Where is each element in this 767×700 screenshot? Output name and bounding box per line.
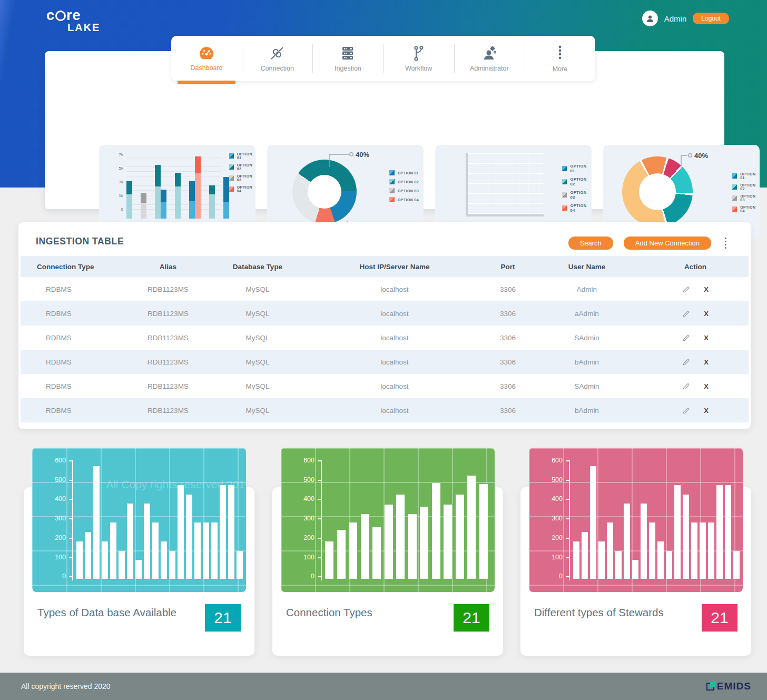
tab-administrator[interactable]: Administrator <box>454 36 525 81</box>
table-header-row: Connection TypeAliasDatabase TypeHost IP… <box>21 256 749 277</box>
tab-more[interactable]: More <box>525 36 595 81</box>
y-tick-label: 200 <box>41 534 66 541</box>
tab-label: Workflow <box>405 65 432 72</box>
y-tick-label: 3k <box>111 180 123 184</box>
grouped-bar-plot <box>466 153 544 216</box>
avatar[interactable] <box>642 11 658 26</box>
y-tick-mark <box>566 499 569 500</box>
action-cell: X <box>642 407 749 415</box>
table-cell-host: localhost <box>305 407 484 415</box>
edit-icon[interactable] <box>682 407 690 415</box>
bar <box>573 541 579 579</box>
action-cell: X <box>642 358 749 366</box>
edit-icon[interactable] <box>682 358 690 366</box>
legend-label: OPTION 01 <box>740 172 760 180</box>
y-tick-label: 500 <box>289 476 314 484</box>
copyright-text: All copyright reserved 2020 <box>21 682 111 691</box>
legend-item: OPTION 04 <box>732 205 760 213</box>
delete-icon[interactable]: X <box>704 285 709 293</box>
bar <box>590 466 596 579</box>
bar-segment-base <box>155 186 161 219</box>
column-header: Connection Type <box>21 263 126 271</box>
legend-label: OPTION 03 <box>398 189 419 193</box>
table-cell-user: SAdmin <box>532 334 642 342</box>
stacked-bar <box>209 185 215 219</box>
table-cell-host: localhost <box>305 310 484 318</box>
legend-swatch <box>389 188 395 193</box>
emids-logo: EMIDS <box>706 681 751 692</box>
bar <box>708 522 714 579</box>
delete-icon[interactable]: X <box>704 310 709 318</box>
table-cell-alias: RDB1123MS <box>126 358 210 366</box>
donut-chart <box>622 156 693 227</box>
legend-label: OPTION 03 <box>570 190 592 200</box>
delete-icon[interactable]: X <box>704 358 709 366</box>
table-cell-port: 3306 <box>484 285 532 293</box>
edit-icon[interactable] <box>682 382 690 390</box>
bars-area <box>325 462 488 579</box>
y-tick-label: 100 <box>289 554 314 561</box>
count-badge: 21 <box>205 604 241 632</box>
edit-icon[interactable] <box>682 310 690 318</box>
y-tick-mark <box>318 460 321 461</box>
bar-segment-base <box>195 173 201 219</box>
table-cell-user: SAdmin <box>532 382 642 390</box>
y-tick-mark <box>69 460 73 461</box>
summary-title: Connection Types <box>286 604 372 621</box>
bar <box>700 522 706 579</box>
logo-line2: LAKE <box>67 22 100 34</box>
edit-icon[interactable] <box>682 285 690 293</box>
summary-card-database-types: 6005004003002001000All Copy rights reser… <box>24 487 254 656</box>
delete-icon[interactable]: X <box>704 334 709 342</box>
bar <box>456 495 464 579</box>
legend-item: OPTION 01 <box>732 172 760 180</box>
edit-icon[interactable] <box>682 334 690 342</box>
legend-item: OPTION 01 <box>229 152 255 160</box>
table-cell-host: localhost <box>305 334 484 342</box>
tab-connection[interactable]: Connection <box>242 36 312 81</box>
bar-segment-base <box>126 194 132 219</box>
column-header: Alias <box>126 263 210 271</box>
y-tick-mark <box>566 576 569 577</box>
bar <box>479 484 488 579</box>
y-tick-mark <box>318 576 321 577</box>
y-tick-label: 300 <box>289 515 314 522</box>
bar <box>632 560 638 579</box>
bar <box>186 495 192 579</box>
legend-swatch <box>732 206 737 212</box>
more-dots-icon <box>557 45 563 62</box>
search-button[interactable]: Search <box>568 236 613 250</box>
delete-icon[interactable]: X <box>704 382 709 390</box>
tab-ingestion[interactable]: Ingestion <box>312 36 383 81</box>
table-cell-user: bAdmin <box>532 358 642 366</box>
legend-label: OPTION 04 <box>740 205 760 213</box>
logout-button[interactable]: Logout <box>693 13 729 24</box>
delete-icon[interactable]: X <box>704 407 709 415</box>
add-new-connection-button[interactable]: Add New Connection <box>624 236 711 250</box>
table-cell-user: Admin <box>532 285 642 293</box>
table-cell-connection_type: RDBMS <box>21 310 126 318</box>
y-tick-label: 5k <box>111 166 123 171</box>
bar <box>325 541 333 579</box>
table-cell-database_type: MySQL <box>210 334 305 342</box>
bar <box>582 532 588 579</box>
tab-dashboard[interactable]: Dashboard <box>171 36 242 81</box>
bar <box>624 504 630 579</box>
legend-swatch <box>562 179 567 184</box>
y-tick-label: 300 <box>41 515 66 522</box>
table-row: RDBMSRDB1123MSMySQLlocalhost3306bAdminX <box>21 398 749 422</box>
tab-workflow[interactable]: Workflow <box>384 36 454 81</box>
y-tick-label: 300 <box>537 515 563 522</box>
tab-label: Ingestion <box>335 65 361 72</box>
chart-legend: OPTION 01OPTION 02OPTION 03OPTION 04 <box>562 164 592 213</box>
more-menu-icon[interactable] <box>722 236 730 250</box>
column-header: Action <box>642 263 749 271</box>
table-cell-connection_type: RDBMS <box>21 334 126 342</box>
summary-info: Connection Types21 <box>286 604 489 632</box>
bar <box>683 495 689 579</box>
legend-label: OPTION 03 <box>740 194 760 202</box>
y-tick-mark <box>566 538 569 539</box>
table-cell-alias: RDB1123MS <box>126 334 210 342</box>
bar <box>135 560 142 579</box>
bar-group <box>161 156 195 219</box>
